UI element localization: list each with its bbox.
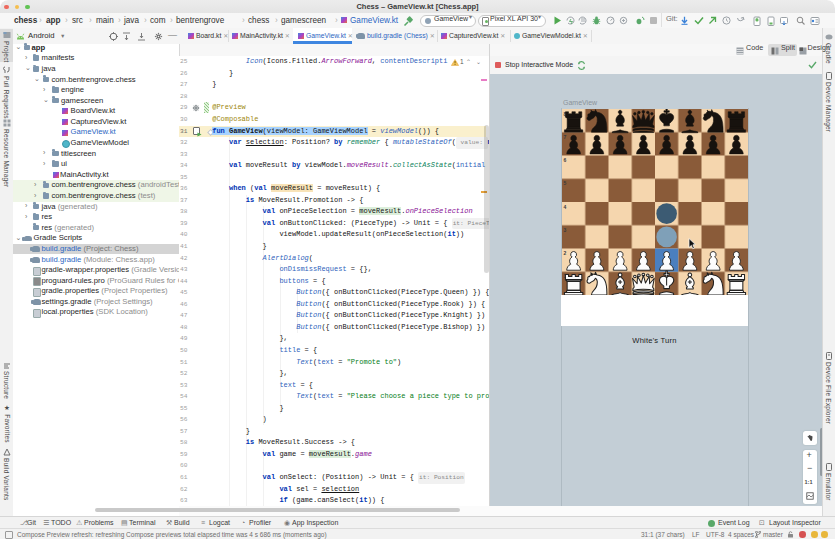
svg-text:7: 7 [563,134,566,140]
svg-text:6: 6 [563,157,566,163]
svg-text:2: 2 [563,250,566,256]
svg-text:3: 3 [563,227,566,233]
svg-text:5: 5 [563,180,566,186]
svg-text:4: 4 [563,204,566,210]
